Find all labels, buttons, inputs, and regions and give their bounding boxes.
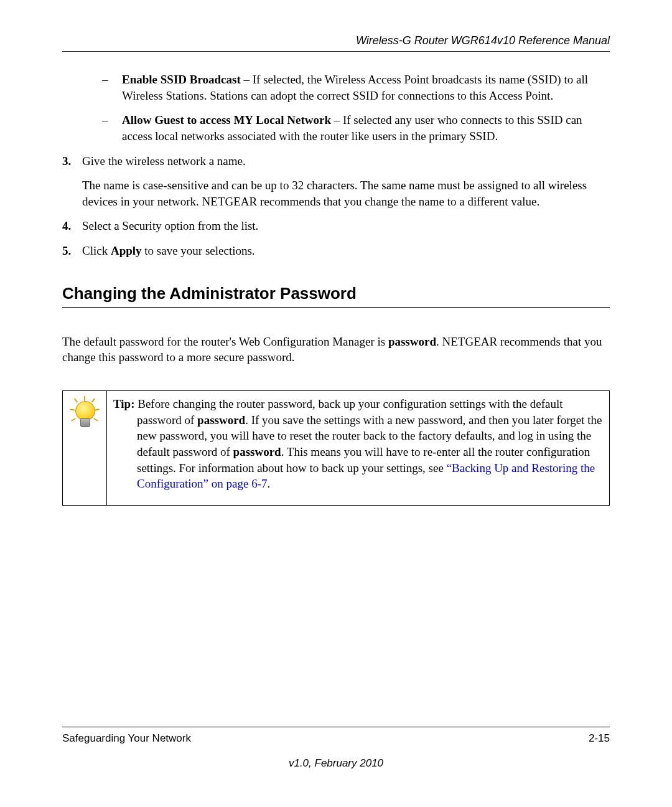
section-intro: The default password for the router's We… bbox=[62, 334, 610, 366]
step-text: Select a Security option from the list. bbox=[82, 219, 258, 232]
document-page: Wireless-G Router WGR614v10 Reference Ma… bbox=[0, 0, 672, 807]
step-content: Give the wireless network a name. The na… bbox=[82, 153, 610, 210]
intro-bold: password bbox=[388, 335, 436, 348]
tip-label: Tip: bbox=[113, 397, 135, 410]
step-content: Click Apply to save your selections. bbox=[82, 243, 610, 259]
bullet-bold: Enable SSID Broadcast bbox=[122, 73, 241, 86]
page-footer: Safeguarding Your Network 2-15 v1.0, Feb… bbox=[62, 727, 610, 770]
footer-left: Safeguarding Your Network bbox=[62, 732, 191, 745]
footer-version: v1.0, February 2010 bbox=[62, 757, 610, 770]
intro-pre: The default password for the router's We… bbox=[62, 335, 388, 348]
step-5: 5. Click Apply to save your selections. bbox=[62, 243, 610, 259]
step-text: Give the wireless network a name. bbox=[82, 154, 246, 168]
tip-text: Tip: Before changing the router password… bbox=[107, 391, 609, 497]
section-heading: Changing the Administrator Password bbox=[62, 284, 610, 308]
bullet-enable-ssid: – Enable SSID Broadcast – If selected, t… bbox=[62, 72, 610, 103]
header-title: Wireless-G Router WGR614v10 Reference Ma… bbox=[356, 34, 610, 47]
footer-row: Safeguarding Your Network 2-15 bbox=[62, 732, 610, 745]
step-number: 3. bbox=[62, 153, 82, 210]
bullet-allow-guest: – Allow Guest to access MY Local Network… bbox=[62, 112, 610, 144]
bullet-content: Allow Guest to access MY Local Network –… bbox=[122, 112, 610, 144]
step-3: 3. Give the wireless network a name. The… bbox=[62, 153, 610, 210]
step-number: 4. bbox=[62, 218, 82, 234]
step-number: 5. bbox=[62, 243, 82, 259]
page-header: Wireless-G Router WGR614v10 Reference Ma… bbox=[62, 34, 610, 52]
footer-page-number: 2-15 bbox=[589, 732, 610, 745]
tip-b1: password bbox=[197, 413, 245, 427]
step-paragraph: The name is case-sensitive and can be up… bbox=[82, 177, 610, 209]
step-4: 4. Select a Security option from the lis… bbox=[62, 218, 610, 234]
step-bold: Apply bbox=[111, 244, 142, 257]
lightbulb-icon bbox=[69, 396, 100, 433]
step-post: to save your selections. bbox=[142, 244, 255, 257]
tip-b2: password bbox=[233, 445, 281, 458]
bullet-dash: – bbox=[102, 112, 122, 144]
tip-t4: . bbox=[267, 477, 270, 490]
tip-icon-cell bbox=[63, 391, 107, 505]
footer-rule bbox=[62, 727, 610, 727]
bullet-bold: Allow Guest to access MY Local Network bbox=[122, 113, 331, 126]
bullet-dash: – bbox=[102, 72, 122, 103]
bullet-content: Enable SSID Broadcast – If selected, the… bbox=[122, 72, 610, 103]
step-content: Select a Security option from the list. bbox=[82, 218, 610, 234]
step-pre: Click bbox=[82, 244, 111, 257]
tip-box: Tip: Before changing the router password… bbox=[62, 390, 610, 506]
